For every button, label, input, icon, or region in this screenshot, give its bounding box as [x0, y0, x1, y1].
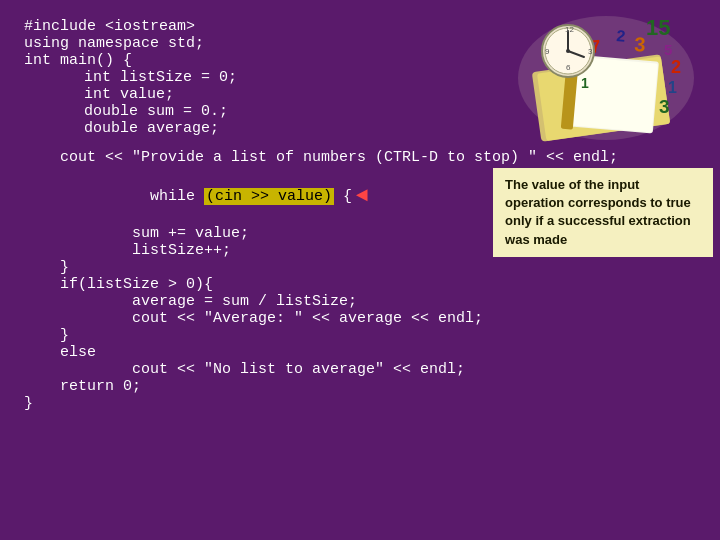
svg-text:9: 9: [545, 47, 550, 56]
code-line-13: }: [24, 259, 483, 276]
while-condition-highlight: (cin >> value): [204, 188, 334, 205]
svg-text:3: 3: [634, 33, 646, 56]
code-line-6: double sum = 0.;: [24, 103, 496, 120]
code-top-section: #include <iostream> using namespace std;…: [24, 18, 696, 143]
while-line-section: while (cin >> value) {◄ sum += value; li…: [24, 168, 696, 412]
code-line-12: listSize++;: [24, 242, 483, 259]
code-line-19: cout << "No list to average" << endl;: [24, 361, 483, 378]
while-keyword: while: [114, 188, 204, 205]
svg-text:5: 5: [664, 41, 672, 58]
svg-text:15: 15: [646, 15, 670, 40]
tooltip-text: The value of the input operation corresp…: [505, 177, 691, 247]
code-line-15: average = sum / listSize;: [24, 293, 483, 310]
code-line-5: int value;: [24, 86, 496, 103]
svg-text:1: 1: [581, 75, 589, 91]
code-line-4: int listSize = 0;: [24, 69, 496, 86]
svg-text:3: 3: [588, 47, 593, 56]
code-line-3: int main() {: [24, 52, 496, 69]
tooltip-box: The value of the input operation corresp…: [493, 168, 713, 257]
while-brace: {: [334, 188, 352, 205]
main-container: #include <iostream> using namespace std;…: [0, 0, 720, 540]
svg-text:2: 2: [671, 57, 681, 77]
code-line-9: cout << "Provide a list of numbers (CTRL…: [24, 149, 696, 166]
svg-point-20: [566, 49, 570, 53]
code-bottom-section: cout << "Provide a list of numbers (CTRL…: [24, 149, 696, 412]
code-line-11: sum += value;: [24, 225, 483, 242]
svg-text:3: 3: [659, 96, 670, 117]
code-line-21: }: [24, 395, 483, 412]
code-line-10: while (cin >> value) {◄: [24, 168, 483, 225]
svg-text:1: 1: [668, 79, 677, 96]
code-line-16: cout << "Average: " << average << endl;: [24, 310, 483, 327]
code-line-20: return 0;: [24, 378, 483, 395]
code-line-2: using namespace std;: [24, 35, 496, 52]
svg-text:6: 6: [566, 63, 571, 72]
svg-text:2: 2: [616, 27, 626, 45]
arrow-icon: ◄: [356, 184, 368, 207]
svg-text:12: 12: [565, 25, 574, 34]
code-line-1: #include <iostream>: [24, 18, 496, 35]
code-line-18: else: [24, 344, 483, 361]
book-illustration: 7 2 3 15 5 2 1 3 5 1 12 3: [516, 13, 696, 143]
code-line-7: double average;: [24, 120, 496, 137]
code-line-14: if(listSize > 0){: [24, 276, 483, 293]
code-line-17: }: [24, 327, 483, 344]
code-while-block: while (cin >> value) {◄ sum += value; li…: [24, 168, 483, 412]
code-lines-top: #include <iostream> using namespace std;…: [24, 18, 496, 137]
